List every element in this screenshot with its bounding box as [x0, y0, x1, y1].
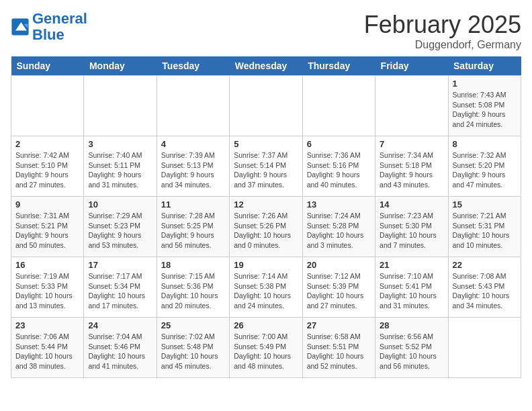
day-number: 19: [234, 260, 298, 270]
weekday-header-tuesday: Tuesday: [157, 56, 229, 76]
day-number: 6: [307, 139, 371, 149]
day-info: Sunrise: 7:10 AM Sunset: 5:41 PM Dayligh…: [380, 271, 443, 311]
calendar-cell: 21Sunrise: 7:10 AM Sunset: 5:41 PM Dayli…: [375, 257, 448, 318]
weekday-header-saturday: Saturday: [448, 56, 521, 76]
day-info: Sunrise: 7:32 AM Sunset: 5:20 PM Dayligh…: [453, 150, 517, 190]
calendar-cell: [11, 76, 84, 136]
logo-text-blue: Blue: [32, 26, 64, 43]
calendar-cell: 6Sunrise: 7:36 AM Sunset: 5:16 PM Daylig…: [302, 136, 375, 197]
day-number: 8: [453, 139, 517, 149]
day-number: 22: [453, 260, 517, 270]
day-number: 12: [234, 199, 298, 210]
day-number: 28: [380, 320, 443, 330]
location: Duggendorf, Germany: [364, 39, 521, 51]
day-info: Sunrise: 7:21 AM Sunset: 5:31 PM Dayligh…: [453, 211, 517, 250]
calendar-week-3: 9Sunrise: 7:31 AM Sunset: 5:21 PM Daylig…: [11, 197, 521, 257]
weekday-header-thursday: Thursday: [302, 56, 375, 76]
calendar-cell: [448, 318, 521, 378]
calendar-week-2: 2Sunrise: 7:42 AM Sunset: 5:10 PM Daylig…: [11, 136, 521, 197]
logo-text-general: General: [32, 10, 87, 27]
calendar-cell: 15Sunrise: 7:21 AM Sunset: 5:31 PM Dayli…: [448, 197, 521, 257]
day-number: 18: [161, 260, 225, 270]
calendar-cell: 18Sunrise: 7:15 AM Sunset: 5:36 PM Dayli…: [157, 257, 229, 318]
day-number: 17: [88, 260, 152, 270]
weekday-header-friday: Friday: [375, 56, 448, 76]
day-number: 26: [234, 320, 298, 330]
day-info: Sunrise: 7:15 AM Sunset: 5:36 PM Dayligh…: [161, 271, 225, 311]
calendar-cell: [230, 76, 302, 136]
calendar-cell: [157, 76, 229, 136]
calendar-cell: 4Sunrise: 7:39 AM Sunset: 5:13 PM Daylig…: [157, 136, 229, 197]
day-number: 13: [307, 199, 371, 210]
day-info: Sunrise: 7:36 AM Sunset: 5:16 PM Dayligh…: [307, 150, 371, 190]
calendar-cell: [302, 76, 375, 136]
day-number: 23: [15, 320, 79, 330]
calendar-cell: 28Sunrise: 6:56 AM Sunset: 5:52 PM Dayli…: [375, 318, 448, 378]
day-number: 5: [234, 139, 298, 149]
day-number: 27: [307, 320, 371, 330]
title-block: February 2025 Duggendorf, Germany: [364, 11, 521, 51]
calendar-cell: 9Sunrise: 7:31 AM Sunset: 5:21 PM Daylig…: [11, 197, 84, 257]
day-info: Sunrise: 7:29 AM Sunset: 5:23 PM Dayligh…: [88, 211, 152, 250]
calendar-week-4: 16Sunrise: 7:19 AM Sunset: 5:33 PM Dayli…: [11, 257, 521, 318]
calendar-cell: 3Sunrise: 7:40 AM Sunset: 5:11 PM Daylig…: [84, 136, 157, 197]
weekday-header-sunday: Sunday: [11, 56, 84, 76]
day-info: Sunrise: 7:42 AM Sunset: 5:10 PM Dayligh…: [15, 150, 79, 190]
calendar-cell: 13Sunrise: 7:24 AM Sunset: 5:28 PM Dayli…: [302, 197, 375, 257]
day-number: 25: [161, 320, 225, 330]
logo-icon: [11, 17, 30, 36]
day-info: Sunrise: 6:56 AM Sunset: 5:52 PM Dayligh…: [380, 332, 443, 371]
day-number: 3: [88, 139, 152, 149]
calendar-cell: 22Sunrise: 7:08 AM Sunset: 5:43 PM Dayli…: [448, 257, 521, 318]
calendar-cell: 10Sunrise: 7:29 AM Sunset: 5:23 PM Dayli…: [84, 197, 157, 257]
calendar-cell: 14Sunrise: 7:23 AM Sunset: 5:30 PM Dayli…: [375, 197, 448, 257]
day-info: Sunrise: 7:24 AM Sunset: 5:28 PM Dayligh…: [307, 211, 371, 250]
calendar-cell: 12Sunrise: 7:26 AM Sunset: 5:26 PM Dayli…: [230, 197, 302, 257]
day-number: 24: [88, 320, 152, 330]
day-info: Sunrise: 7:40 AM Sunset: 5:11 PM Dayligh…: [88, 150, 152, 190]
logo: General Blue: [11, 11, 87, 43]
day-number: 15: [453, 199, 517, 210]
day-number: 1: [453, 79, 517, 89]
day-info: Sunrise: 7:28 AM Sunset: 5:25 PM Dayligh…: [161, 211, 225, 250]
day-number: 11: [161, 199, 225, 210]
day-info: Sunrise: 7:08 AM Sunset: 5:43 PM Dayligh…: [453, 271, 517, 311]
day-info: Sunrise: 7:19 AM Sunset: 5:33 PM Dayligh…: [15, 271, 79, 311]
calendar-cell: 8Sunrise: 7:32 AM Sunset: 5:20 PM Daylig…: [448, 136, 521, 197]
day-info: Sunrise: 7:39 AM Sunset: 5:13 PM Dayligh…: [161, 150, 225, 190]
weekday-header-row: SundayMondayTuesdayWednesdayThursdayFrid…: [11, 56, 521, 76]
page-header: General Blue February 2025 Duggendorf, G…: [11, 11, 521, 51]
day-info: Sunrise: 7:04 AM Sunset: 5:46 PM Dayligh…: [88, 332, 152, 371]
calendar-cell: 19Sunrise: 7:14 AM Sunset: 5:38 PM Dayli…: [230, 257, 302, 318]
calendar-cell: 24Sunrise: 7:04 AM Sunset: 5:46 PM Dayli…: [84, 318, 157, 378]
calendar-cell: 25Sunrise: 7:02 AM Sunset: 5:48 PM Dayli…: [157, 318, 229, 378]
calendar-table: SundayMondayTuesdayWednesdayThursdayFrid…: [11, 56, 521, 378]
day-number: 16: [15, 260, 79, 270]
day-info: Sunrise: 7:02 AM Sunset: 5:48 PM Dayligh…: [161, 332, 225, 371]
calendar-cell: 17Sunrise: 7:17 AM Sunset: 5:34 PM Dayli…: [84, 257, 157, 318]
weekday-header-wednesday: Wednesday: [230, 56, 302, 76]
day-number: 4: [161, 139, 225, 149]
calendar-cell: 2Sunrise: 7:42 AM Sunset: 5:10 PM Daylig…: [11, 136, 84, 197]
calendar-cell: 7Sunrise: 7:34 AM Sunset: 5:18 PM Daylig…: [375, 136, 448, 197]
day-info: Sunrise: 7:12 AM Sunset: 5:39 PM Dayligh…: [307, 271, 371, 311]
day-info: Sunrise: 7:26 AM Sunset: 5:26 PM Dayligh…: [234, 211, 298, 250]
day-number: 9: [15, 199, 79, 210]
calendar-cell: 26Sunrise: 7:00 AM Sunset: 5:49 PM Dayli…: [230, 318, 302, 378]
calendar-cell: 11Sunrise: 7:28 AM Sunset: 5:25 PM Dayli…: [157, 197, 229, 257]
day-info: Sunrise: 7:37 AM Sunset: 5:14 PM Dayligh…: [234, 150, 298, 190]
calendar-cell: 27Sunrise: 6:58 AM Sunset: 5:51 PM Dayli…: [302, 318, 375, 378]
day-number: 10: [88, 199, 152, 210]
weekday-header-monday: Monday: [84, 56, 157, 76]
day-number: 7: [380, 139, 443, 149]
day-info: Sunrise: 7:00 AM Sunset: 5:49 PM Dayligh…: [234, 332, 298, 371]
day-info: Sunrise: 7:23 AM Sunset: 5:30 PM Dayligh…: [380, 211, 443, 250]
calendar-cell: 5Sunrise: 7:37 AM Sunset: 5:14 PM Daylig…: [230, 136, 302, 197]
day-number: 2: [15, 139, 79, 149]
day-info: Sunrise: 7:14 AM Sunset: 5:38 PM Dayligh…: [234, 271, 298, 311]
calendar-week-5: 23Sunrise: 7:06 AM Sunset: 5:44 PM Dayli…: [11, 318, 521, 378]
day-info: Sunrise: 7:06 AM Sunset: 5:44 PM Dayligh…: [15, 332, 79, 371]
calendar-cell: 16Sunrise: 7:19 AM Sunset: 5:33 PM Dayli…: [11, 257, 84, 318]
calendar-cell: [84, 76, 157, 136]
day-number: 20: [307, 260, 371, 270]
